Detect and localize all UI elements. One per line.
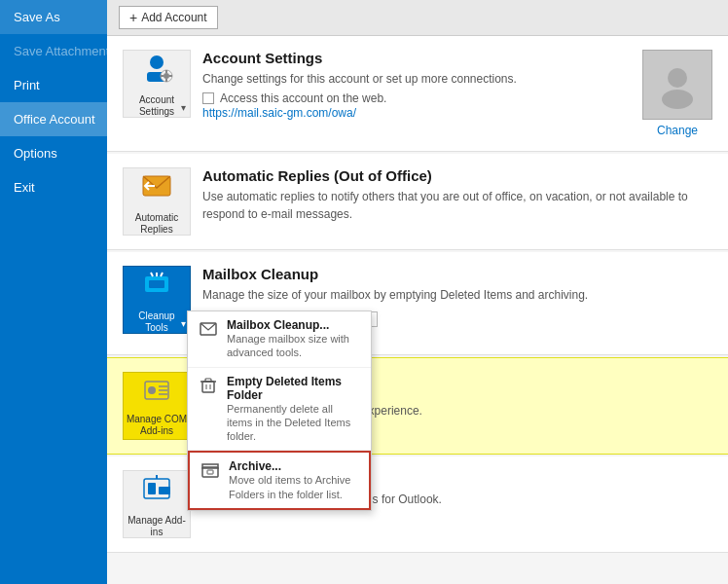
dropdown-item-mailbox-cleanup[interactable]: Mailbox Cleanup... Manage mailbox size w… (188, 311, 371, 368)
svg-point-9 (662, 90, 693, 109)
cleanup-tools-label: CleanupTools (138, 310, 174, 334)
cleanup-dropdown-menu: Mailbox Cleanup... Manage mailbox size w… (187, 310, 372, 511)
mailbox-cleanup-menu-icon (198, 318, 219, 340)
mailbox-cleanup-menu-text: Mailbox Cleanup... Manage mailbox size w… (227, 318, 361, 360)
auto-replies-desc: Use automatic replies to notify others t… (202, 188, 712, 223)
svg-point-0 (150, 55, 164, 69)
account-settings-icon[interactable]: AccountSettings ▾ (123, 50, 191, 118)
empty-deleted-menu-icon (198, 375, 219, 396)
mailbox-cleanup-section: CleanupTools ▾ Mailbox Cleanup Manage th… (107, 252, 728, 355)
account-settings-title: Account Settings (202, 50, 633, 66)
auto-replies-section: AutomaticReplies Automatic Replies (Out … (107, 154, 728, 250)
mailbox-cleanup-desc: Manage the size of your mailbox by empty… (202, 286, 712, 304)
svg-rect-6 (161, 75, 164, 77)
manage-addins-label: Manage Add-ins (127, 515, 186, 538)
svg-rect-24 (202, 464, 218, 468)
cleanup-icon-img (139, 267, 174, 309)
account-icon (139, 51, 174, 92)
auto-replies-label: AutomaticReplies (135, 212, 178, 236)
manage-addins-icon-img (139, 471, 174, 513)
topbar: + Add Account (107, 0, 728, 36)
profile-area: Change (642, 50, 712, 137)
svg-point-27 (148, 386, 156, 394)
account-settings-desc: Change settings for this account or set … (202, 70, 633, 88)
archive-menu-icon (200, 459, 221, 481)
cleanup-tools-icon[interactable]: CleanupTools ▾ (123, 266, 191, 334)
owa-link[interactable]: https://mail.saic-gm.com/owa/ (202, 106, 356, 120)
sidebar-item-exit[interactable]: Exit (0, 170, 107, 204)
svg-rect-4 (165, 70, 167, 73)
mailbox-cleanup-title: Mailbox Cleanup (202, 266, 712, 282)
account-settings-section: AccountSettings ▾ Account Settings Chang… (107, 36, 728, 152)
account-settings-content: Account Settings Change settings for thi… (202, 50, 633, 120)
svg-rect-13 (149, 280, 164, 288)
archive-menu-text: Archive... Move old items to Archive Fol… (229, 459, 359, 501)
manage-addins-icon[interactable]: Manage Add-ins (123, 470, 191, 538)
change-picture-button[interactable]: Change (657, 124, 698, 137)
svg-rect-33 (159, 487, 170, 494)
manage-com-label: Manage COMAdd-ins (127, 414, 187, 437)
manage-com-icon-img (142, 376, 171, 412)
svg-line-15 (151, 273, 153, 276)
sidebar-item-save-as[interactable]: Save As (0, 0, 107, 34)
empty-deleted-menu-text: Empty Deleted Items Folder Permanently d… (227, 375, 361, 444)
svg-point-3 (164, 73, 169, 79)
access-web-row: Access this account on the web. (202, 91, 633, 105)
sidebar-item-office-account[interactable]: Office Account (0, 102, 107, 136)
profile-picture (642, 50, 712, 120)
cleanup-tools-chevron: ▾ (181, 318, 186, 329)
account-settings-icon-label: AccountSettings (139, 94, 174, 118)
sidebar-item-options[interactable]: Options (0, 136, 107, 170)
access-web-label: Access this account on the web. (220, 91, 386, 105)
svg-rect-18 (202, 382, 214, 392)
sidebar-item-print[interactable]: Print (0, 68, 107, 102)
auto-replies-icon[interactable]: AutomaticReplies (123, 167, 191, 236)
auto-replies-content: Automatic Replies (Out of Office) Use au… (202, 167, 712, 223)
main-content: + Add Account AccountSetting (107, 0, 728, 584)
auto-replies-title: Automatic Replies (Out of Office) (202, 167, 712, 184)
svg-rect-7 (169, 75, 172, 77)
access-web-checkbox[interactable] (202, 92, 214, 104)
sidebar: Save As Save Attachments Print Office Ac… (0, 0, 107, 584)
sidebar-item-save-attachments[interactable]: Save Attachments (0, 34, 107, 68)
add-account-button[interactable]: + Add Account (119, 6, 218, 29)
auto-replies-icon-img (139, 168, 174, 210)
account-settings-chevron: ▾ (181, 102, 186, 113)
svg-rect-32 (148, 483, 156, 494)
manage-com-icon[interactable]: Manage COMAdd-ins (123, 372, 191, 440)
dropdown-item-empty-deleted[interactable]: Empty Deleted Items Folder Permanently d… (188, 368, 371, 452)
svg-line-16 (161, 273, 163, 276)
plus-icon: + (129, 10, 137, 25)
svg-rect-20 (205, 379, 211, 382)
svg-point-8 (668, 68, 687, 88)
dropdown-item-archive[interactable]: Archive... Move old items to Archive Fol… (188, 451, 371, 510)
svg-rect-25 (207, 470, 213, 474)
svg-rect-5 (165, 79, 167, 82)
